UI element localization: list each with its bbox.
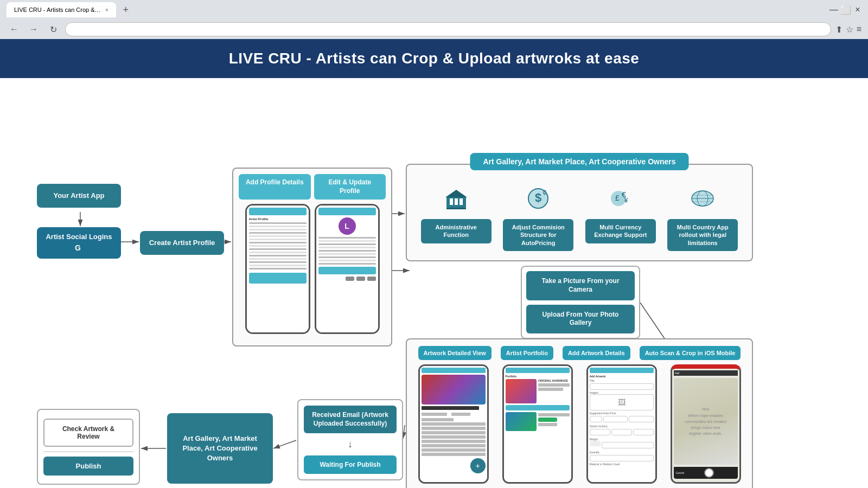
artist-app-box: Your Artist App bbox=[37, 184, 121, 208]
browser-chrome: LIVE CRU - Artists can Crop & Upload art… bbox=[0, 0, 868, 39]
phone-mock-2: L bbox=[315, 204, 380, 334]
adjust-commission-btn: Adjust Commision Structure for AutoPrici… bbox=[503, 219, 573, 251]
svg-rect-17 bbox=[450, 198, 453, 205]
artist-logins-box: Artist Social Logins G bbox=[37, 227, 121, 259]
browser-tab-active[interactable]: LIVE CRU - Artists can Crop & Upload art… bbox=[7, 2, 116, 17]
phone-screen-2: L bbox=[316, 206, 378, 332]
maximize-button[interactable]: ⬜ bbox=[842, 6, 850, 14]
forward-button[interactable]: → bbox=[26, 22, 41, 37]
gallery-section: Art Gallery, Art Market Place, Art Coope… bbox=[406, 164, 753, 261]
address-bar[interactable] bbox=[65, 22, 831, 36]
phone-artwork-detail: + bbox=[418, 364, 489, 484]
tab-title: LIVE CRU - Artists can Crop & Upload art… bbox=[14, 7, 101, 13]
google-icon: G bbox=[75, 243, 81, 253]
page-content: LIVE CRU - Artists can Crop & Upload art… bbox=[0, 39, 868, 488]
browser-tabs: LIVE CRU - Artists can Crop & Upload art… bbox=[7, 2, 830, 17]
waiting-publish-btn: Waiting For Publish bbox=[304, 455, 397, 474]
phone-auto-scan: Add hinaWhere hope enablescommunities ar… bbox=[671, 364, 741, 484]
phones-section: Artwork Detailed View Artist Portfolio A… bbox=[406, 338, 753, 488]
admin-function-item: Administrative Function bbox=[421, 181, 492, 243]
svg-rect-20 bbox=[446, 208, 466, 209]
auto-scan-btn: Auto Scan & Crop in iOS Mobile bbox=[640, 346, 741, 360]
phone-add-artwork: Add Artwork Title Images 🖼 Suggested Art… bbox=[586, 364, 657, 484]
profile-section-btns: Add Profile Details Edit & Update Profil… bbox=[233, 169, 391, 200]
email-section: Received Email (Artwork Uploaded Success… bbox=[297, 399, 403, 480]
phone-screen-1: Artist Profile bbox=[247, 206, 309, 332]
close-button[interactable]: × bbox=[854, 6, 861, 14]
svg-line-13 bbox=[273, 440, 296, 448]
phone-mockups: Artist Profile bbox=[233, 200, 391, 338]
diagram-area: Your Artist App Artist Social Logins G C… bbox=[0, 78, 868, 488]
svg-text:$: $ bbox=[535, 191, 541, 204]
adjust-commission-item: $ ¢ Adjust Commision Structure for AutoP… bbox=[503, 181, 573, 251]
svg-text:¥: ¥ bbox=[623, 197, 628, 204]
add-artwork-details-btn: Add Artwork Details bbox=[563, 346, 630, 360]
refresh-button[interactable]: ↻ bbox=[46, 22, 61, 37]
check-publish-box: Check Artwork & Review Publish bbox=[37, 409, 140, 485]
new-tab-button[interactable]: + bbox=[118, 2, 133, 17]
bookmark-icon[interactable]: ☆ bbox=[846, 24, 853, 35]
admin-function-btn: Administrative Function bbox=[421, 219, 492, 243]
svg-text:¢: ¢ bbox=[542, 188, 547, 197]
add-profile-btn: Add Profile Details bbox=[239, 174, 311, 200]
camera-section: Take a Picture From your Camera Upload F… bbox=[521, 266, 640, 339]
toolbar-actions: ⬆ ☆ ≡ bbox=[835, 24, 861, 35]
gallery-header-btn: Art Gallery, Art Market Place, Art Coope… bbox=[470, 153, 688, 170]
create-profile-box: Create Artist Profile bbox=[140, 231, 224, 255]
currency-icon: £ € ¥ bbox=[603, 181, 638, 216]
artist-portfolio-btn: Artist Portfolio bbox=[501, 346, 553, 360]
svg-rect-18 bbox=[455, 198, 458, 205]
world-icon bbox=[685, 181, 720, 216]
svg-rect-19 bbox=[459, 198, 463, 205]
profile-section: Add Profile Details Edit & Update Profil… bbox=[232, 168, 392, 346]
share-icon[interactable]: ⬆ bbox=[835, 24, 843, 35]
take-picture-btn: Take a Picture From your Camera bbox=[526, 271, 635, 300]
svg-line-12 bbox=[403, 425, 405, 439]
window-controls: — ⬜ × bbox=[830, 6, 861, 14]
check-artwork-btn: Check Artwork & Review bbox=[43, 419, 133, 447]
multi-currency-item: £ € ¥ Multi Currency Exchange Support bbox=[585, 181, 656, 243]
login-icons: G bbox=[75, 243, 83, 253]
tab-close-icon[interactable]: × bbox=[105, 7, 108, 13]
art-gallery-bottom-box: Art Gallery, Art Market Place, Art Coope… bbox=[167, 413, 273, 484]
back-button[interactable]: ← bbox=[7, 22, 22, 37]
phones-row: + Portfolio ORIGINAL HANDMADE bbox=[407, 360, 752, 488]
minimize-button[interactable]: — bbox=[830, 6, 838, 14]
phone-portfolio: Portfolio ORIGINAL HANDMADE bbox=[502, 364, 573, 484]
phones-header-row: Artwork Detailed View Artist Portfolio A… bbox=[407, 339, 752, 360]
page-title: LIVE CRU - Artists can Crop & Upload art… bbox=[229, 50, 640, 67]
multi-country-btn: Multi Country App rollout with legal lim… bbox=[667, 219, 738, 251]
publish-btn: Publish bbox=[43, 457, 133, 476]
svg-text:£: £ bbox=[615, 194, 620, 202]
multi-currency-btn: Multi Currency Exchange Support bbox=[585, 219, 656, 243]
bank-icon bbox=[439, 181, 474, 216]
menu-icon[interactable]: ≡ bbox=[857, 24, 861, 35]
svg-marker-16 bbox=[445, 190, 467, 197]
received-email-btn: Received Email (Artwork Uploaded Success… bbox=[304, 406, 397, 433]
down-arrow-icon: ↓ bbox=[348, 439, 353, 450]
artwork-detail-btn: Artwork Detailed View bbox=[418, 346, 492, 360]
browser-toolbar: ← → ↻ ⬆ ☆ ≡ bbox=[0, 20, 868, 39]
phone-mock-1: Artist Profile bbox=[245, 204, 310, 334]
edit-profile-btn: Edit & Update Profile bbox=[314, 174, 386, 200]
multi-country-item: Multi Country App rollout with legal lim… bbox=[667, 181, 738, 251]
gallery-icons-row: Administrative Function $ ¢ Adjus bbox=[407, 165, 752, 256]
dollar-icon: $ ¢ bbox=[521, 181, 556, 216]
browser-titlebar: LIVE CRU - Artists can Crop & Upload art… bbox=[0, 0, 868, 20]
upload-gallery-btn: Upload From Your Photo Gallery bbox=[526, 305, 635, 334]
header-banner: LIVE CRU - Artists can Crop & Upload art… bbox=[0, 39, 868, 78]
